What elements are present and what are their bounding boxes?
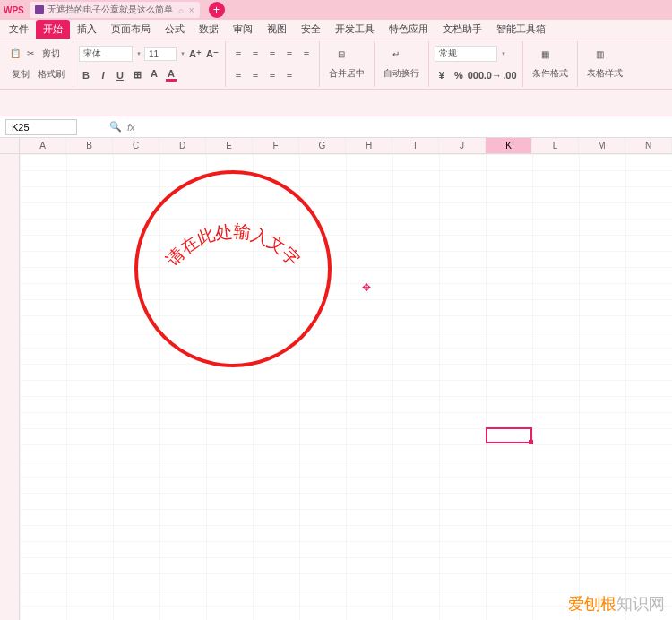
- stamp-arc-text[interactable]: 请在此处输入文字: [163, 222, 304, 270]
- move-cursor-icon: ✥: [362, 281, 371, 294]
- align-group: ≡ ≡ ≡ ≡ ≡ ≡ ≡ ≡ ≡: [226, 41, 320, 87]
- merge-center-button[interactable]: ⊟ 合并居中: [325, 47, 368, 82]
- tab-title: 无遮挡的电子公章就是这么简单: [47, 4, 173, 16]
- number-format-select[interactable]: 常规: [435, 46, 497, 62]
- new-tab-button[interactable]: +: [209, 2, 225, 18]
- document-tab[interactable]: 无遮挡的电子公章就是这么简单 ⌕ ×: [30, 2, 200, 18]
- col-header-c[interactable]: C: [113, 138, 159, 153]
- menu-devtools[interactable]: 开发工具: [328, 20, 382, 39]
- formula-bar: K25 🔍 fx: [0, 116, 672, 138]
- menu-toolbox[interactable]: 智能工具箱: [489, 20, 553, 39]
- fx-button[interactable]: fx: [127, 122, 135, 133]
- menu-formula[interactable]: 公式: [158, 20, 192, 39]
- decrease-font-button[interactable]: A⁻: [205, 47, 220, 61]
- grid-background: [0, 154, 672, 620]
- col-header-i[interactable]: I: [392, 138, 439, 153]
- col-header-g[interactable]: G: [299, 138, 346, 153]
- watermark-accent: 爱刨根: [568, 595, 616, 613]
- title-bar: WPS 无遮挡的电子公章就是这么简单 ⌕ × +: [0, 0, 672, 20]
- menu-review[interactable]: 审阅: [226, 20, 260, 39]
- column-headers: A B C D E F G H I J K L M N: [0, 138, 672, 154]
- dec-inc-button[interactable]: .0→: [486, 68, 500, 82]
- align-top-button[interactable]: ≡: [231, 47, 246, 61]
- col-header-b[interactable]: B: [66, 138, 113, 153]
- merge-icon: ⊟: [338, 49, 356, 67]
- fill-color-button[interactable]: A: [147, 68, 161, 82]
- col-header-f[interactable]: F: [253, 138, 299, 153]
- wrap-icon: ↵: [392, 49, 410, 67]
- tab-close-button[interactable]: ×: [189, 5, 194, 15]
- cond-format-icon: ▦: [541, 49, 559, 67]
- col-header-d[interactable]: D: [159, 138, 206, 153]
- chevron-down-icon: ▼: [501, 51, 506, 56]
- active-cell[interactable]: [486, 427, 532, 443]
- col-header-k[interactable]: K: [486, 138, 532, 153]
- auto-wrap-button[interactable]: ↵ 自动换行: [380, 47, 423, 82]
- table-style-icon: ▥: [596, 49, 614, 67]
- menu-bar: 文件 开始 插入 页面布局 公式 数据 审阅 视图 安全 开发工具 特色应用 文…: [0, 20, 672, 39]
- paste-icon[interactable]: 📋: [9, 47, 22, 60]
- copy-button[interactable]: 复制: [9, 67, 32, 82]
- align-center-button[interactable]: ≡: [248, 67, 263, 82]
- table-style-button[interactable]: ▥ 表格样式: [583, 47, 626, 82]
- align-left-button[interactable]: ≡: [231, 67, 246, 82]
- doc-icon: [35, 5, 44, 14]
- menu-start[interactable]: 开始: [36, 20, 70, 39]
- font-group: 宋体 ▼ 11 ▼ A⁺ A⁻ B I U ⊞ A A: [73, 41, 226, 87]
- chevron-down-icon: ▼: [180, 51, 185, 56]
- menu-featured[interactable]: 特色应用: [382, 20, 435, 39]
- wrap-group: ↵ 自动换行: [375, 41, 429, 87]
- align-right-button[interactable]: ≡: [265, 67, 280, 82]
- menu-data[interactable]: 数据: [192, 20, 226, 39]
- col-header-e[interactable]: E: [206, 138, 253, 153]
- styles-group: ▦ 条件格式: [523, 41, 578, 87]
- menu-security[interactable]: 安全: [294, 20, 328, 39]
- name-box[interactable]: K25: [5, 119, 77, 135]
- border-button[interactable]: ⊞: [130, 68, 144, 82]
- col-header-m[interactable]: M: [579, 138, 625, 153]
- percent-button[interactable]: %: [452, 68, 466, 82]
- col-header-l[interactable]: L: [532, 138, 579, 153]
- table-style-group: ▥ 表格样式: [578, 41, 632, 87]
- row-headers[interactable]: [0, 154, 20, 620]
- underline-button[interactable]: U: [113, 68, 127, 82]
- cond-format-button[interactable]: ▦ 条件格式: [529, 47, 572, 82]
- align-bottom-button[interactable]: ≡: [265, 47, 280, 61]
- font-color-button[interactable]: A: [164, 68, 178, 82]
- watermark: 爱刨根知识网: [568, 593, 665, 615]
- col-header-n[interactable]: N: [625, 138, 672, 153]
- scissors-icon: ✂: [24, 47, 37, 60]
- ribbon-gap: [0, 90, 672, 116]
- watermark-rest: 知识网: [616, 595, 665, 613]
- stamp-circle-shape[interactable]: 请在此处输入文字 ✥: [134, 170, 332, 367]
- ribbon: 📋 ✂ 剪切 复制 格式刷 宋体 ▼ 11 ▼ A⁺ A⁻ B I U ⊞ A …: [0, 39, 672, 90]
- clipboard-group: 📋 ✂ 剪切 复制 格式刷: [4, 41, 73, 87]
- align-middle-button[interactable]: ≡: [248, 47, 263, 61]
- search-icon[interactable]: 🔍: [109, 121, 122, 133]
- merge-group: ⊟ 合并居中: [320, 41, 375, 87]
- menu-dochelper[interactable]: 文档助手: [435, 20, 489, 39]
- indent-inc-button[interactable]: ≡: [299, 47, 314, 61]
- comment-icon: ⌕: [178, 5, 184, 15]
- menu-file[interactable]: 文件: [2, 20, 36, 39]
- menu-insert[interactable]: 插入: [70, 20, 104, 39]
- menu-layout[interactable]: 页面布局: [104, 20, 158, 39]
- comma-button[interactable]: 000: [469, 68, 483, 82]
- indent-dec-button[interactable]: ≡: [282, 47, 297, 61]
- menu-view[interactable]: 视图: [260, 20, 294, 39]
- dec-dec-button[interactable]: .00: [503, 68, 517, 82]
- align-justify-button[interactable]: ≡: [282, 67, 297, 82]
- bold-button[interactable]: B: [79, 68, 93, 82]
- col-header-j[interactable]: J: [439, 138, 486, 153]
- currency-button[interactable]: ¥: [435, 68, 449, 82]
- italic-button[interactable]: I: [96, 68, 110, 82]
- cut-button[interactable]: 剪切: [39, 47, 63, 61]
- select-all-corner[interactable]: [0, 138, 20, 153]
- spreadsheet-grid[interactable]: 请在此处输入文字 ✥ 爱刨根知识网: [0, 154, 672, 620]
- format-painter-button[interactable]: 格式刷: [35, 67, 67, 82]
- font-size-select[interactable]: 11: [144, 47, 177, 61]
- increase-font-button[interactable]: A⁺: [188, 47, 202, 61]
- col-header-a[interactable]: A: [20, 138, 66, 153]
- font-name-select[interactable]: 宋体: [79, 46, 133, 62]
- col-header-h[interactable]: H: [346, 138, 392, 153]
